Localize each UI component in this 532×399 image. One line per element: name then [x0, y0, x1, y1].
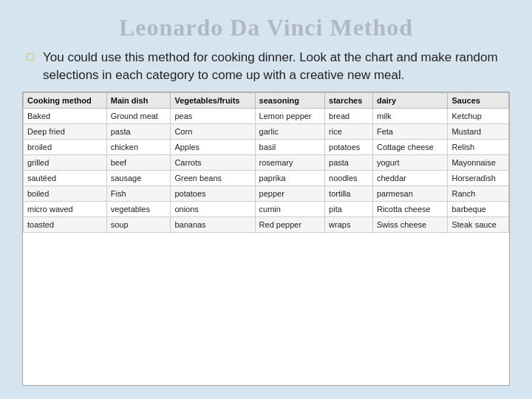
table-row: broiledchickenApplesbasilpotatoesCottage…: [24, 139, 509, 154]
table-cell: chicken: [106, 139, 171, 154]
table-cell: beef: [106, 154, 171, 170]
table-cell: pepper: [255, 185, 324, 201]
table-cell: Corn: [171, 123, 255, 139]
table-cell: Relish: [448, 139, 509, 154]
table-cell: Ketchup: [448, 108, 509, 123]
table-cell: onions: [171, 201, 255, 216]
table-cell: Lemon pepper: [255, 108, 324, 123]
cooking-table: Cooking methodMain dishVegetables/fruits…: [23, 92, 509, 233]
table-cell: boiled: [24, 185, 107, 201]
table-cell: vegetables: [106, 201, 171, 216]
table-cell: Carrots: [171, 154, 255, 170]
page: Leonardo Da Vinci Method You could use t…: [0, 0, 532, 399]
table-row: boiledFishpotatoespeppertortillaparmesan…: [24, 185, 509, 201]
table-cell: bananas: [171, 216, 255, 232]
table-cell: Swiss cheese: [372, 216, 448, 232]
table-cell: yogurt: [372, 154, 448, 170]
table-cell: Red pepper: [255, 216, 324, 232]
table-cell: rice: [325, 123, 373, 139]
table-cell: micro waved: [24, 201, 107, 216]
table-cell: sausage: [106, 170, 171, 185]
table-cell: Mustard: [448, 123, 509, 139]
table-cell: paprika: [255, 170, 324, 185]
table-cell: potatoes: [325, 139, 373, 154]
table-row: toastedsoupbananasRed pepperwrapsSwiss c…: [24, 216, 509, 232]
table-cell: Apples: [171, 139, 255, 154]
table-header-row: Cooking methodMain dishVegetables/fruits…: [24, 92, 509, 108]
table-cell: potatoes: [171, 185, 255, 201]
table-cell: Green beans: [171, 170, 255, 185]
table-header-cell: Sauces: [448, 92, 509, 108]
table-cell: Mayonnaise: [448, 154, 509, 170]
table-row: BakedGround meatpeasLemon pepperbreadmil…: [24, 108, 509, 123]
table-cell: Ground meat: [106, 108, 171, 123]
table-cell: rosemary: [255, 154, 324, 170]
table-cell: sautéed: [24, 170, 107, 185]
table-header-cell: Vegetables/fruits: [171, 92, 255, 108]
table-cell: pita: [325, 201, 373, 216]
table-cell: Fish: [106, 185, 171, 201]
table-row: micro wavedvegetablesonionscuminpitaRico…: [24, 201, 509, 216]
table-cell: peas: [171, 108, 255, 123]
table-cell: noodles: [325, 170, 373, 185]
table-header-cell: starches: [325, 92, 373, 108]
table-cell: Horseradish: [448, 170, 509, 185]
table-header-cell: Cooking method: [24, 92, 107, 108]
table-cell: soup: [106, 216, 171, 232]
table-cell: pasta: [325, 154, 373, 170]
table-cell: Ricotta cheese: [372, 201, 448, 216]
table-container: Cooking methodMain dishVegetables/fruits…: [22, 92, 510, 386]
table-cell: milk: [372, 108, 448, 123]
table-cell: broiled: [24, 139, 107, 154]
table-cell: Cottage cheese: [372, 139, 448, 154]
table-cell: grilled: [24, 154, 107, 170]
table-cell: Deep fried: [24, 123, 107, 139]
table-cell: cumin: [255, 201, 324, 216]
table-cell: toasted: [24, 216, 107, 232]
table-cell: Ranch: [448, 185, 509, 201]
table-cell: Feta: [372, 123, 448, 139]
table-cell: wraps: [325, 216, 373, 232]
table-cell: pasta: [106, 123, 171, 139]
table-row: Deep friedpastaCorngarlicriceFetaMustard: [24, 123, 509, 139]
table-header-cell: Main dish: [106, 92, 171, 108]
table-cell: cheddar: [372, 170, 448, 185]
table-cell: Baked: [24, 108, 107, 123]
table-cell: Steak sauce: [448, 216, 509, 232]
table-cell: bread: [325, 108, 373, 123]
table-row: sautéedsausageGreen beanspaprikanoodlesc…: [24, 170, 509, 185]
table-row: grilledbeefCarrotsrosemarypastayogurtMay…: [24, 154, 509, 170]
table-cell: tortilla: [325, 185, 373, 201]
table-body: BakedGround meatpeasLemon pepperbreadmil…: [24, 108, 509, 232]
table-cell: barbeque: [448, 201, 509, 216]
table-header-cell: seasoning: [255, 92, 324, 108]
table-cell: basil: [255, 139, 324, 154]
page-title: Leonardo Da Vinci Method: [22, 13, 510, 41]
description-text: You could use this method for cooking di…: [22, 49, 510, 84]
table-cell: garlic: [255, 123, 324, 139]
table-header-cell: dairy: [372, 92, 448, 108]
table-cell: parmesan: [372, 185, 448, 201]
